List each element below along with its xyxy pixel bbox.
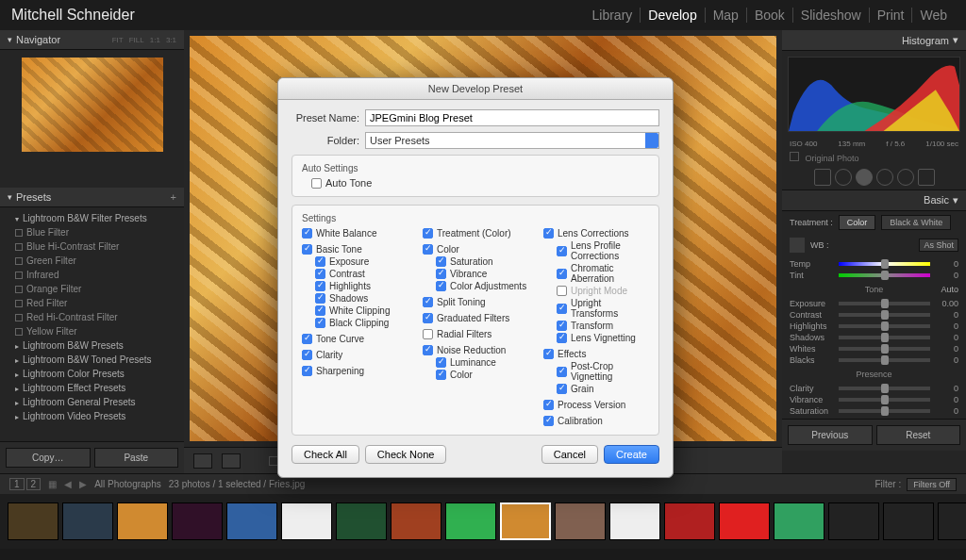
setting-item[interactable]: Color Adjustments	[423, 280, 528, 292]
reset-button[interactable]: Reset	[876, 425, 961, 445]
loupe-view-icon[interactable]	[193, 453, 212, 469]
setting-checkbox[interactable]	[423, 329, 433, 339]
filmstrip-thumb[interactable]	[938, 502, 966, 540]
wb-eyedropper-icon[interactable]	[790, 238, 805, 253]
preset-name-input[interactable]	[365, 109, 659, 126]
setting-checkbox[interactable]	[423, 244, 433, 255]
slider-contrast[interactable]: Contrast0	[790, 309, 958, 321]
setting-item[interactable]: Graduated Filters	[423, 312, 528, 324]
slider-exposure[interactable]: Exposure0.00	[790, 298, 958, 309]
setting-checkbox[interactable]	[423, 297, 433, 307]
setting-item[interactable]: Contrast	[302, 268, 408, 280]
setting-checkbox[interactable]	[557, 367, 567, 377]
setting-checkbox[interactable]	[302, 366, 312, 376]
module-print[interactable]: Print	[870, 8, 913, 23]
filmstrip-thumb[interactable]	[500, 502, 551, 540]
preset-item[interactable]: Blue Filter	[0, 225, 184, 239]
setting-item[interactable]: Basic Tone	[302, 243, 408, 255]
setting-checkbox[interactable]	[302, 244, 312, 255]
setting-checkbox[interactable]	[436, 281, 446, 291]
setting-item[interactable]: Split Toning	[423, 296, 528, 308]
setting-checkbox[interactable]	[436, 357, 446, 368]
setting-item[interactable]: Radial Filters	[423, 328, 528, 340]
setting-checkbox[interactable]	[302, 350, 312, 360]
setting-checkbox[interactable]	[557, 384, 567, 394]
setting-checkbox[interactable]	[436, 269, 446, 279]
brush-tool-icon[interactable]	[918, 169, 935, 186]
setting-item[interactable]: Lens Profile Corrections	[543, 239, 649, 262]
setting-checkbox[interactable]	[315, 305, 325, 316]
setting-checkbox[interactable]	[543, 416, 554, 426]
setting-item[interactable]: Clarity	[302, 349, 408, 361]
filmstrip-thumb[interactable]	[226, 502, 277, 540]
grid-2[interactable]: 2	[26, 478, 42, 490]
setting-checkbox[interactable]	[543, 349, 554, 359]
preset-group[interactable]: Lightroom B&W Filter Presets	[0, 211, 184, 225]
before-after-icon[interactable]	[222, 453, 241, 469]
paste-button[interactable]: Paste	[94, 448, 179, 468]
setting-item[interactable]: Upright Transforms	[543, 297, 649, 320]
setting-checkbox[interactable]	[423, 345, 433, 355]
setting-checkbox[interactable]	[557, 321, 567, 331]
setting-item[interactable]: Effects	[543, 348, 649, 360]
basic-header[interactable]: Basic▾	[782, 189, 966, 211]
preset-group[interactable]: Lightroom B&W Toned Presets	[0, 353, 184, 367]
module-slideshow[interactable]: Slideshow	[793, 8, 870, 23]
slider-saturation[interactable]: Saturation0	[790, 405, 958, 417]
filmstrip-thumb[interactable]	[883, 502, 934, 540]
filmstrip-thumb[interactable]	[117, 502, 168, 540]
slider-tint[interactable]: Tint0	[790, 270, 958, 281]
setting-item[interactable]: Color	[423, 369, 528, 381]
preset-item[interactable]: Red Hi-Contrast Filter	[0, 310, 184, 324]
wb-select[interactable]: As Shot	[919, 239, 958, 252]
add-preset-icon[interactable]: +	[171, 191, 176, 203]
setting-item[interactable]: Post-Crop Vignetting	[543, 360, 649, 383]
filmstrip-thumb[interactable]	[391, 502, 441, 540]
treatment-bw[interactable]: Black & White	[881, 215, 951, 230]
preset-group[interactable]: Lightroom Effect Presets	[0, 381, 184, 395]
module-book[interactable]: Book	[747, 8, 793, 23]
slider-temp[interactable]: Temp0	[790, 258, 958, 270]
folder-select[interactable]: User Presets	[365, 132, 659, 149]
filmstrip-thumb[interactable]	[336, 502, 387, 540]
setting-item[interactable]: Treatment (Color)	[423, 227, 528, 239]
filmstrip-thumb[interactable]	[719, 502, 770, 540]
preset-group[interactable]: Lightroom Video Presets	[0, 409, 184, 423]
copy-button[interactable]: Copy…	[6, 448, 91, 468]
filmstrip-thumb[interactable]	[828, 502, 879, 540]
setting-checkbox[interactable]	[315, 293, 325, 304]
presets-header[interactable]: ▾ Presets +	[0, 188, 184, 207]
filmstrip-thumb[interactable]	[281, 502, 332, 540]
setting-item[interactable]: Chromatic Aberration	[543, 262, 649, 285]
navigator-preview[interactable]	[22, 58, 163, 152]
setting-checkbox[interactable]	[543, 228, 554, 239]
slider-highlights[interactable]: Highlights0	[790, 321, 958, 332]
setting-checkbox[interactable]	[423, 313, 433, 323]
filter-select[interactable]: Filters Off	[907, 478, 957, 491]
filmstrip-thumb[interactable]	[445, 502, 496, 540]
slider-vibrance[interactable]: Vibrance0	[790, 394, 958, 405]
setting-item[interactable]: White Clipping	[302, 305, 408, 317]
setting-checkbox[interactable]	[315, 281, 325, 291]
cancel-button[interactable]: Cancel	[541, 445, 598, 464]
setting-item[interactable]: Black Clipping	[302, 317, 408, 329]
setting-checkbox[interactable]	[315, 269, 325, 279]
slider-whites[interactable]: Whites0	[790, 343, 958, 354]
grid-icon[interactable]: ▦	[48, 479, 57, 489]
filmstrip-thumb[interactable]	[62, 502, 113, 540]
preset-item[interactable]: Green Filter	[0, 254, 184, 268]
setting-checkbox[interactable]	[557, 269, 567, 279]
setting-item[interactable]: Luminance	[423, 356, 528, 369]
zoom-1:1[interactable]: 1:1	[150, 36, 160, 44]
create-button[interactable]: Create	[604, 445, 659, 464]
setting-checkbox[interactable]	[302, 334, 312, 344]
preset-item[interactable]: Blue Hi-Contrast Filter	[0, 239, 184, 254]
auto-tone-checkbox[interactable]	[311, 178, 322, 189]
zoom-3:1[interactable]: 3:1	[166, 36, 176, 44]
setting-checkbox[interactable]	[557, 333, 567, 343]
setting-checkbox[interactable]	[557, 246, 567, 256]
filmstrip-thumb[interactable]	[8, 502, 58, 540]
slider-shadows[interactable]: Shadows0	[790, 332, 958, 343]
filmstrip-thumb[interactable]	[555, 502, 606, 540]
preset-item[interactable]: Infrared	[0, 268, 184, 282]
